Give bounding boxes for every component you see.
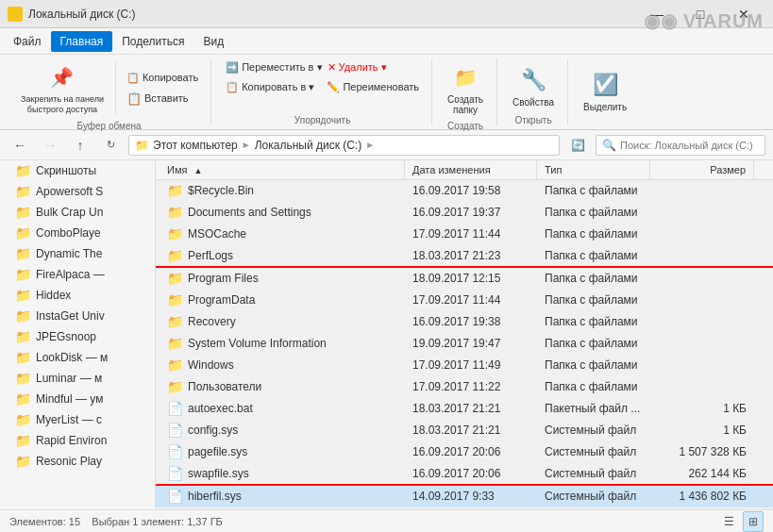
table-row[interactable]: 📁 Recovery 16.09.2017 19:38 Папка с файл… bbox=[156, 311, 773, 333]
sys-file-icon: 📄 bbox=[167, 489, 183, 504]
refresh-button[interactable]: ↻ bbox=[98, 133, 123, 158]
table-row[interactable]: 📁 Пользователи 17.09.2017 11:22 Папка с … bbox=[156, 376, 773, 398]
folder-file-icon: 📁 bbox=[167, 226, 183, 241]
table-row[interactable]: 📁 System Volume Information 19.09.2017 1… bbox=[156, 333, 773, 355]
file-name-cell: 📁 Program Files bbox=[160, 269, 405, 288]
ribbon-copy-button[interactable]: 📋 Копировать bbox=[122, 69, 203, 87]
col-header-type[interactable]: Тип bbox=[537, 160, 650, 179]
folder-icon: 📁 bbox=[15, 288, 31, 303]
sidebar-item-lookdisk[interactable]: 📁 LookDisk — м bbox=[0, 347, 155, 368]
sidebar-item-screenshots[interactable]: 📁 Скриншоты bbox=[0, 160, 155, 181]
forward-button[interactable]: → bbox=[38, 133, 62, 158]
file-type-cell: Папка с файлами bbox=[537, 182, 650, 199]
menu-view[interactable]: Вид bbox=[193, 31, 233, 52]
sidebar-item-instaget[interactable]: 📁 InstaGet Univ bbox=[0, 306, 155, 326]
ribbon-pin-button[interactable]: 📌 Закрепить на панелибыстрого доступа bbox=[15, 58, 109, 119]
sidebar-item-luminar[interactable]: 📁 Luminar — м bbox=[0, 368, 155, 389]
col-header-size[interactable]: Размер bbox=[650, 160, 754, 179]
address-refresh-button[interactable]: 🔄 bbox=[565, 133, 590, 158]
menu-home[interactable]: Главная bbox=[51, 31, 113, 52]
folder-icon: 📁 bbox=[15, 246, 31, 261]
table-row[interactable]: 📄 config.sys 18.03.2017 21:21 Системный … bbox=[156, 420, 773, 441]
file-type-cell: Пакетный файл ... bbox=[537, 400, 650, 417]
table-row[interactable]: 📄 hiberfil.sys 14.09.2017 9:33 Системный… bbox=[156, 486, 773, 507]
table-row[interactable]: 📄 pagefile.sys 16.09.2017 20:06 Системны… bbox=[156, 441, 773, 463]
file-name-cell: 📁 Documents and Settings bbox=[160, 203, 405, 222]
file-size-cell: 262 144 КБ bbox=[650, 465, 754, 482]
file-name-cell: 📄 hiberfil.sys bbox=[160, 487, 405, 506]
table-row[interactable]: 📁 Documents and Settings 16.09.2017 19:3… bbox=[156, 202, 773, 224]
folder-icon: 📁 bbox=[15, 412, 31, 427]
ribbon-paste-button[interactable]: 📋 Вставить bbox=[122, 89, 203, 108]
file-type-cell: Системный файл bbox=[537, 422, 650, 439]
sys-file-icon: 📄 bbox=[167, 444, 183, 459]
file-name-cell: 📄 swapfile.sys bbox=[160, 464, 405, 483]
moveto-icon: ➡️ bbox=[226, 61, 239, 74]
sidebar-item-comboplayer[interactable]: 📁 ComboPlaye bbox=[0, 223, 155, 243]
sidebar-item-hiddex[interactable]: 📁 Hiddex bbox=[0, 285, 155, 306]
sidebar-item-bulkcrap[interactable]: 📁 Bulk Crap Un bbox=[0, 202, 155, 223]
file-size-cell bbox=[650, 189, 754, 192]
menu-file[interactable]: Файл bbox=[4, 31, 51, 52]
sys-file-icon: 📄 bbox=[167, 466, 183, 481]
ribbon-newfolder-button[interactable]: 📁 Создатьпапку bbox=[442, 58, 489, 119]
table-row[interactable]: 📁 Windows 17.09.2017 11:49 Папка с файла… bbox=[156, 355, 773, 376]
ribbon-copyto-button[interactable]: 📋 Копировать в ▾ ✏️ Переименовать bbox=[221, 78, 424, 96]
ribbon-select-button[interactable]: ☑️ Выделить bbox=[578, 66, 632, 116]
folder-file-icon: 📁 bbox=[167, 379, 183, 394]
address-path[interactable]: 📁 Этот компьютер ► Локальный диск (C:) ► bbox=[128, 135, 560, 156]
menu-bar: Файл Главная Поделиться Вид bbox=[0, 28, 773, 55]
table-row[interactable]: 📄 swapfile.sys 16.09.2017 20:06 Системны… bbox=[156, 463, 773, 486]
search-box[interactable]: 🔍 bbox=[596, 135, 765, 156]
table-row[interactable]: 📁 $Recycle.Bin 16.09.2017 19:58 Папка с … bbox=[156, 180, 773, 202]
ribbon-group-open: 🔧 Свойства Открыть bbox=[499, 58, 568, 125]
minimize-button[interactable]: — bbox=[635, 0, 679, 28]
menu-share[interactable]: Поделиться bbox=[112, 31, 193, 52]
close-button[interactable]: ✕ bbox=[722, 0, 765, 28]
table-row[interactable]: 📁 ProgramData 17.09.2017 11:44 Папка с ф… bbox=[156, 290, 773, 311]
table-row[interactable]: 📁 Program Files 18.09.2017 12:15 Папка с… bbox=[156, 268, 773, 290]
ribbon: 📌 Закрепить на панелибыстрого доступа 📋 … bbox=[0, 55, 773, 130]
path-this-pc[interactable]: Этот компьютер bbox=[153, 139, 238, 152]
col-header-name[interactable]: Имя ▲ bbox=[160, 160, 405, 179]
up-button[interactable]: ↑ bbox=[68, 133, 92, 158]
sidebar-item-myerlist[interactable]: 📁 MyerList — с bbox=[0, 409, 155, 430]
view-large-button[interactable]: ⊞ bbox=[743, 511, 764, 532]
ribbon-group-select: ☑️ Выделить bbox=[570, 58, 640, 125]
sidebar-item-dynamic[interactable]: 📁 Dynamic The bbox=[0, 243, 155, 264]
table-row[interactable]: 📁 PerfLogs 18.03.2017 21:23 Папка с файл… bbox=[156, 245, 773, 268]
file-date-cell: 17.09.2017 11:49 bbox=[405, 357, 537, 374]
sidebar-item-resonic[interactable]: 📁 Resonic Play bbox=[0, 451, 155, 472]
sidebar-item-firealpaca[interactable]: 📁 FireAlpaca — bbox=[0, 264, 155, 285]
table-row[interactable]: 📄 autoexec.bat 18.03.2017 21:21 Пакетный… bbox=[156, 398, 773, 420]
col-header-date[interactable]: Дата изменения bbox=[405, 160, 537, 179]
file-type-cell: Папка с файлами bbox=[537, 270, 650, 287]
file-list-header: Имя ▲ Дата изменения Тип Размер bbox=[156, 160, 773, 180]
table-row[interactable]: 📁 MSOCache 17.09.2017 11:44 Папка с файл… bbox=[156, 224, 773, 245]
file-list: Имя ▲ Дата изменения Тип Размер 📁 $Recyc… bbox=[156, 160, 773, 509]
file-date-cell: 17.09.2017 11:44 bbox=[405, 225, 537, 242]
search-input[interactable] bbox=[620, 140, 759, 151]
sidebar-item-mindful[interactable]: 📁 Mindful — ум bbox=[0, 389, 155, 409]
folder-file-icon: 📁 bbox=[167, 271, 183, 286]
folder-file-icon: 📁 bbox=[167, 357, 183, 373]
folder-icon: 📁 bbox=[15, 267, 31, 282]
view-details-button[interactable]: ☰ bbox=[718, 511, 739, 532]
ribbon-moveto-button[interactable]: ➡️ Переместить в ▾ ✕ Удалить ▾ bbox=[221, 58, 391, 76]
ribbon-group-clipboard: 📌 Закрепить на панелибыстрого доступа 📋 … bbox=[8, 58, 211, 125]
file-type-cell: Папка с файлами bbox=[537, 357, 650, 374]
file-date-cell: 14.09.2017 9:33 bbox=[405, 488, 537, 505]
window-controls: — □ ✕ bbox=[635, 0, 765, 28]
folder-icon: 📁 bbox=[15, 184, 31, 199]
ribbon-properties-button[interactable]: 🔧 Свойства bbox=[507, 61, 560, 111]
ribbon-group-organize: ➡️ Переместить в ▾ ✕ Удалить ▾ 📋 Копиров… bbox=[213, 58, 432, 125]
folder-file-icon: 📁 bbox=[167, 205, 183, 220]
file-name-cell: 📁 System Volume Information bbox=[160, 334, 405, 353]
back-button[interactable]: ← bbox=[8, 133, 32, 158]
sidebar-item-apowersoft[interactable]: 📁 Apowersoft S bbox=[0, 181, 155, 202]
file-name-cell: 📁 Recovery bbox=[160, 312, 405, 331]
sidebar-item-rapid[interactable]: 📁 Rapid Environ bbox=[0, 430, 155, 451]
sidebar-item-jpegsnoop[interactable]: 📁 JPEGsnoop bbox=[0, 326, 155, 347]
maximize-button[interactable]: □ bbox=[679, 0, 722, 28]
path-local-disk[interactable]: Локальный диск (C:) bbox=[255, 139, 362, 152]
